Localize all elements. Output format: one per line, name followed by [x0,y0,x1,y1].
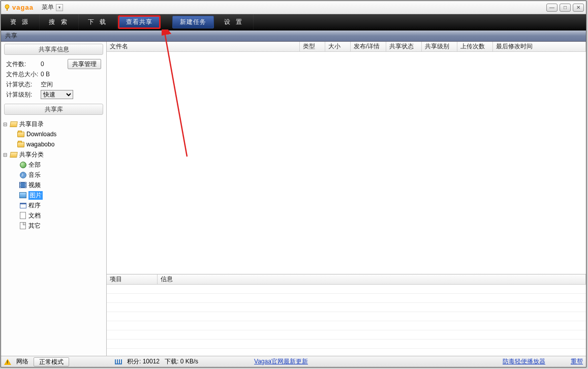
col-upload-count[interactable]: 上传次数 [457,42,493,51]
info-row [107,312,586,321]
mode-button[interactable]: 正常模式 [34,357,69,366]
folder-open-icon [10,121,18,127]
col-filename[interactable]: 文件名 [107,42,300,51]
svg-point-0 [5,5,9,9]
video-icon [19,182,26,188]
window-controls: — □ ✕ [546,4,584,12]
info-panel-rows [107,285,586,356]
col-type[interactable]: 类型 [300,42,325,51]
col-item[interactable]: 项目 [107,274,158,284]
document-icon [20,212,26,219]
col-last-modified[interactable]: 最后修改时间 [493,42,586,51]
tree-wagabobo[interactable]: wagabobo [2,139,105,149]
titlebar: vagaa 菜单 ▾ — □ ✕ [1,1,586,14]
status-network[interactable]: 网络 [16,357,28,366]
tab-download[interactable]: 下 载 [79,14,117,30]
music-icon [20,172,26,178]
program-icon [20,203,26,208]
svg-rect-1 [7,8,8,11]
calc-level-select[interactable]: 快速 [41,90,73,99]
value-total-size: 0 B [41,71,50,78]
statusbar: 网络 正常模式 积分: 10012 下载: 0 KB/s Vagaa官网最新更新… [1,356,586,367]
share-info-grid: 文件数: 0 共享管理 文件总大小: 0 B 计算状态: 空闲 计算级别: 快速 [1,57,106,102]
tree-cat-video[interactable]: 视频 [2,180,105,190]
col-pub-detail[interactable]: 发布/详情 [351,42,386,51]
link-donate[interactable]: 重帮 [571,357,583,366]
warning-icon [4,359,11,365]
app-brand: vagaa [12,4,34,11]
label-total-size: 文件总大小: [6,70,41,79]
share-tree: ⊟共享目录 Downloads wagabobo ⊟共享分类 全部 音乐 视频 … [1,117,106,356]
tree-share-cat[interactable]: ⊟共享分类 [2,149,105,160]
info-row [107,303,586,312]
link-av-player[interactable]: 防毒轻便播放器 [503,357,545,366]
info-row [107,330,586,340]
panel-share-info: 共享库信息 [4,44,103,55]
minimize-button[interactable]: — [546,4,558,12]
section-header-share: 共享 [1,30,586,42]
value-calc-status: 空闲 [41,80,53,89]
file-list-body[interactable] [107,52,586,274]
info-row [107,340,586,349]
main-toolbar: 资 源 搜 索 下 载 查看共享 新建任务 设 置 [1,14,586,30]
tree-cat-program[interactable]: 程序 [2,200,105,210]
sidebar: 共享库信息 文件数: 0 共享管理 文件总大小: 0 B 计算状态: 空闲 计算… [1,42,107,356]
share-manage-button[interactable]: 共享管理 [68,59,101,69]
maximize-button[interactable]: □ [560,4,571,12]
label-file-count: 文件数: [6,60,41,69]
tab-search[interactable]: 搜 索 [40,14,78,30]
app-logo-icon [3,4,11,12]
content-area: 文件名 类型 大小 发布/详情 共享状态 共享级别 上传次数 最后修改时间 项目… [107,42,586,356]
label-calc-level: 计算级别: [6,90,41,99]
col-info[interactable]: 信息 [158,274,586,284]
col-share-status[interactable]: 共享状态 [386,42,422,51]
globe-icon [20,162,26,168]
tree-cat-music[interactable]: 音乐 [2,170,105,180]
app-window: vagaa 菜单 ▾ — □ ✕ 资 源 搜 索 下 载 查看共享 新建任务 设… [1,1,586,367]
main-area: 共享库信息 文件数: 0 共享管理 文件总大小: 0 B 计算状态: 空闲 计算… [1,42,586,356]
tree-downloads[interactable]: Downloads [2,129,105,139]
tab-settings[interactable]: 设 置 [215,14,254,30]
image-icon [19,192,26,198]
menu-label[interactable]: 菜单 [42,3,54,12]
network-icon [115,359,122,364]
col-size[interactable]: 大小 [325,42,351,51]
tab-view-share[interactable]: 查看共享 [118,16,160,28]
tree-cat-image[interactable]: 图片 [2,190,105,200]
col-share-level[interactable]: 共享级别 [422,42,457,51]
menu-dropdown-icon[interactable]: ▾ [56,4,63,11]
folder-icon [17,142,24,147]
folder-open-icon [10,152,18,158]
info-panel-header: 项目 信息 [107,274,586,285]
folder-icon [17,132,24,137]
tree-cat-other[interactable]: 其它 [2,221,105,231]
info-row [107,285,586,294]
tree-cat-doc[interactable]: 文档 [2,210,105,221]
status-download-speed: 下载: 0 KB/s [165,357,198,366]
info-row [107,294,586,303]
label-calc-status: 计算状态: [6,80,41,89]
file-list-header: 文件名 类型 大小 发布/详情 共享状态 共享级别 上传次数 最后修改时间 [107,42,586,52]
panel-share-lib: 共享库 [4,104,103,115]
value-file-count: 0 [41,60,44,68]
info-row [107,321,586,330]
tree-cat-all[interactable]: 全部 [2,160,105,170]
link-official-update[interactable]: Vagaa官网最新更新 [254,357,308,366]
page-icon [20,222,26,229]
tab-new-task[interactable]: 新建任务 [172,16,214,28]
status-score: 积分: 10012 [127,357,160,366]
close-button[interactable]: ✕ [573,4,584,12]
tab-resource[interactable]: 资 源 [1,14,40,30]
info-panel: 项目 信息 [107,274,586,356]
tree-share-dir[interactable]: ⊟共享目录 [2,119,105,129]
